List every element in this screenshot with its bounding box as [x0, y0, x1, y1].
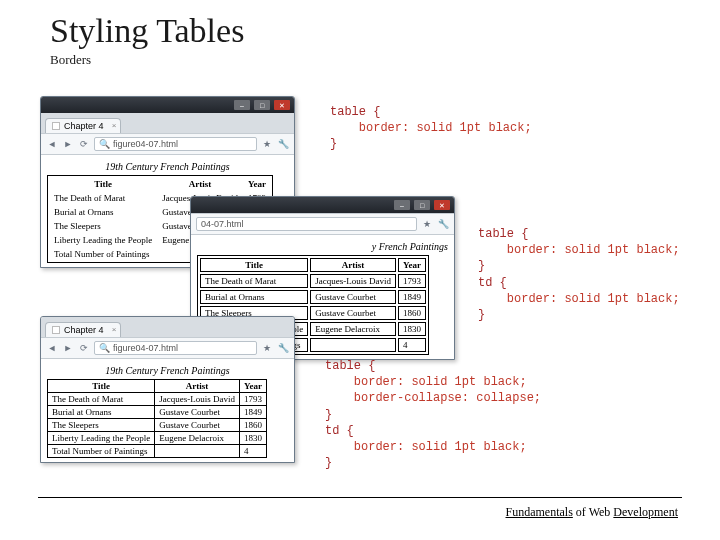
table-caption: 19th Century French Paintings [47, 161, 288, 172]
col-year: Year [244, 178, 270, 190]
close-button[interactable]: ✕ [274, 100, 290, 110]
browser-tab[interactable]: Chapter 4 × [45, 322, 121, 337]
table-row: The Death of MaratJacques-Louis David179… [200, 274, 426, 288]
col-artist: Artist [155, 380, 240, 393]
table-row: Total Number of Paintings4 [48, 445, 267, 458]
bookmark-icon[interactable]: ★ [261, 138, 273, 150]
table-row: Burial at OrnansGustave Courbet1849 [48, 406, 267, 419]
tab-row: Chapter 4 × [41, 113, 294, 133]
table-row: Liberty Leading the PeopleEugene Delacro… [48, 432, 267, 445]
minimize-button[interactable]: – [234, 100, 250, 110]
titlebar: – □ ✕ [191, 197, 454, 213]
address-bar[interactable]: 04-07.html [196, 217, 417, 231]
table-header-row: Title Artist Year [50, 178, 270, 190]
paintings-table: Title Artist Year The Death of MaratJacq… [47, 379, 267, 458]
favicon-icon [52, 326, 60, 334]
search-icon: 🔍 [99, 343, 110, 353]
slide-title: Styling Tables [50, 12, 720, 50]
reload-icon[interactable]: ⟳ [78, 342, 90, 354]
wrench-icon[interactable]: 🔧 [277, 138, 289, 150]
forward-icon[interactable]: ► [62, 138, 74, 150]
footer-divider [38, 497, 682, 498]
content-area: – □ ✕ Chapter 4 × ◄ ► ⟳ 🔍 figure04-07.ht… [40, 96, 700, 480]
code-snippet-3: table { border: solid 1pt black; border-… [325, 358, 541, 471]
favicon-icon [52, 122, 60, 130]
bookmark-icon[interactable]: ★ [421, 218, 433, 230]
address-bar-row: ◄ ► ⟳ 🔍 figure04-07.html ★ 🔧 [41, 337, 294, 359]
table-header-row: Title Artist Year [200, 258, 426, 272]
reload-icon[interactable]: ⟳ [78, 138, 90, 150]
col-title: Title [200, 258, 308, 272]
col-artist: Artist [158, 178, 242, 190]
address-bar[interactable]: 🔍 figure04-07.html [94, 137, 257, 151]
table-caption: 19th Century French Paintings [47, 365, 288, 376]
col-artist: Artist [310, 258, 396, 272]
tab-row: Chapter 4 × [41, 317, 294, 337]
close-button[interactable]: ✕ [434, 200, 450, 210]
forward-icon[interactable]: ► [62, 342, 74, 354]
close-tab-icon[interactable]: × [112, 121, 117, 130]
wrench-icon[interactable]: 🔧 [437, 218, 449, 230]
page-body: 19th Century French Paintings Title Arti… [41, 359, 294, 462]
search-icon: 🔍 [99, 139, 110, 149]
slide-subtitle: Borders [50, 52, 720, 68]
footer-text: Fundamentals of Web Development [506, 505, 678, 520]
code-snippet-2: table { border: solid 1pt black; } td { … [478, 226, 680, 323]
titlebar: – □ ✕ [41, 97, 294, 113]
table-row: The SleepersGustave Courbet1860 [48, 419, 267, 432]
col-title: Title [50, 178, 156, 190]
address-bar-row: 04-07.html ★ 🔧 [191, 213, 454, 235]
close-tab-icon[interactable]: × [112, 325, 117, 334]
back-icon[interactable]: ◄ [46, 342, 58, 354]
table-header-row: Title Artist Year [48, 380, 267, 393]
tab-title: Chapter 4 [64, 325, 104, 335]
address-bar-row: ◄ ► ⟳ 🔍 figure04-07.html ★ 🔧 [41, 133, 294, 155]
browser-window-3: Chapter 4 × ◄ ► ⟳ 🔍 figure04-07.html ★ 🔧… [40, 316, 295, 463]
tab-title: Chapter 4 [64, 121, 104, 131]
browser-tab[interactable]: Chapter 4 × [45, 118, 121, 133]
address-bar[interactable]: 🔍 figure04-07.html [94, 341, 257, 355]
maximize-button[interactable]: □ [414, 200, 430, 210]
back-icon[interactable]: ◄ [46, 138, 58, 150]
maximize-button[interactable]: □ [254, 100, 270, 110]
code-snippet-1: table { border: solid 1pt black; } [330, 104, 532, 153]
wrench-icon[interactable]: 🔧 [277, 342, 289, 354]
url-text: figure04-07.html [113, 343, 178, 353]
col-title: Title [48, 380, 155, 393]
table-row: Burial at OrnansGustave Courbet1849 [200, 290, 426, 304]
col-year: Year [239, 380, 266, 393]
table-caption: y French Paintings [197, 241, 448, 252]
minimize-button[interactable]: – [394, 200, 410, 210]
url-text: figure04-07.html [113, 139, 178, 149]
table-row: The Death of MaratJacques-Louis David179… [48, 393, 267, 406]
url-text: 04-07.html [201, 219, 244, 229]
bookmark-icon[interactable]: ★ [261, 342, 273, 354]
col-year: Year [398, 258, 426, 272]
